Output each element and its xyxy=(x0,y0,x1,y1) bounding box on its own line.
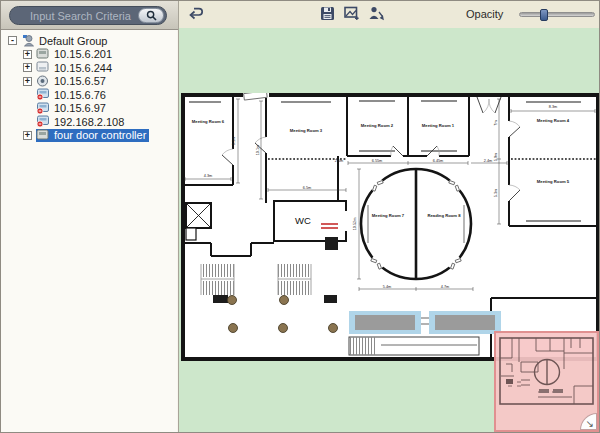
add-map-button[interactable] xyxy=(342,5,361,24)
dim-label: 5.9m xyxy=(494,153,498,161)
bottom-stair xyxy=(349,337,479,355)
search-input[interactable] xyxy=(10,10,138,22)
opacity-slider[interactable] xyxy=(519,12,595,17)
dim-label: 8.3m xyxy=(549,105,557,109)
room-label-meeting-room-3: Meeting Room 3 xyxy=(290,128,323,133)
tree-expander[interactable]: - xyxy=(8,36,17,45)
opacity-label: Opacity xyxy=(466,8,503,20)
duct xyxy=(186,228,196,240)
magnifier-icon xyxy=(146,10,157,21)
dim-label: 4.7m xyxy=(441,285,449,289)
controller-device-icon xyxy=(36,48,51,61)
opacity-slider-thumb[interactable] xyxy=(540,9,548,21)
dim-label: 6.45m xyxy=(433,159,444,163)
save-icon xyxy=(320,6,335,21)
minimap-plan xyxy=(498,336,597,416)
dim-label: 6.5m xyxy=(303,186,311,190)
dim-label: 2.4m xyxy=(484,159,492,163)
tree-row-default-group[interactable]: - Default Group xyxy=(1,34,177,48)
room-label-meeting-room-1: Meeting Room 1 xyxy=(422,123,455,128)
dim-label: 10.52m xyxy=(353,218,357,231)
room-label-room-8: Reading Room 8 xyxy=(427,213,461,218)
room-label-meeting-room-5: Meeting Room 5 xyxy=(537,179,570,184)
tree-label: 10.15.6.201 xyxy=(54,48,115,60)
camera-device-icon xyxy=(36,75,51,88)
save-button[interactable] xyxy=(318,5,337,24)
search-strip xyxy=(1,1,178,30)
map-toolbar: Opacity xyxy=(179,1,600,28)
map-canvas[interactable]: Meeting Room 6 Meeting Room 3 Meeting Ro… xyxy=(179,28,600,433)
controller-device-error-icon xyxy=(36,88,51,101)
resize-arrow-icon: ↘ xyxy=(586,419,594,429)
edit-person-button[interactable] xyxy=(366,5,385,24)
tree-label: Default Group xyxy=(39,35,110,47)
dim-label: 6.55m xyxy=(372,159,383,163)
tree-row-device[interactable]: 10.15.6.76 xyxy=(1,88,177,102)
dim-label: 7m xyxy=(494,120,498,125)
tree-row-device[interactable]: + 10.15.6.57 xyxy=(1,75,177,89)
group-icon xyxy=(21,34,36,47)
dim-label: 5.4m xyxy=(383,285,391,289)
controller-device-icon xyxy=(36,129,51,142)
tree-label: 10.15.6.244 xyxy=(54,62,115,74)
tree-label: four door controller xyxy=(54,129,149,141)
tree-row-device[interactable]: + 10.15.6.201 xyxy=(1,48,177,62)
person-edit-icon xyxy=(368,6,384,21)
search-box xyxy=(9,6,167,25)
add-image-icon xyxy=(344,6,360,21)
back-arrow-icon xyxy=(188,7,205,20)
search-button[interactable] xyxy=(138,8,164,23)
sidebar: - Default Group + xyxy=(1,1,179,433)
app-window: - Default Group + xyxy=(0,0,600,433)
tree-expander[interactable]: + xyxy=(23,131,32,140)
tree-expander[interactable]: + xyxy=(23,50,32,59)
tree-row-device-selected[interactable]: + four door controller xyxy=(1,129,177,143)
room-label-wc: WC xyxy=(295,215,311,226)
room-label-meeting-room-4: Meeting Room 4 xyxy=(537,118,570,123)
room-label-meeting-room-6: Meeting Room 6 xyxy=(192,119,225,124)
dim-label: 4.3m xyxy=(204,174,212,178)
tree-label: 10.15.6.76 xyxy=(54,89,109,101)
tree-row-device[interactable]: 10.15.6.97 xyxy=(1,102,177,116)
controller-device-error-icon xyxy=(36,102,51,115)
dim-label: 10.1m xyxy=(256,145,260,156)
tree-expander[interactable]: + xyxy=(23,63,32,72)
tree-label: 192.168.2.108 xyxy=(54,116,127,128)
tree-row-device[interactable]: 192.168.2.108 xyxy=(1,115,177,129)
dim-label: 5.3m xyxy=(494,189,498,197)
dim-label: 2.5m xyxy=(335,159,343,163)
tree-label: 10.15.6.57 xyxy=(54,75,109,87)
back-button[interactable] xyxy=(187,5,206,24)
room-label-meeting-room-2: Meeting Room 2 xyxy=(361,123,394,128)
room-label-meeting-room-7: Meeting Room 7 xyxy=(372,213,405,218)
floorplan: Meeting Room 6 Meeting Room 3 Meeting Ro… xyxy=(181,93,600,361)
controller-device-icon xyxy=(36,61,51,74)
tree-expander[interactable]: + xyxy=(23,77,32,86)
tree-label: 10.15.6.97 xyxy=(54,102,109,114)
dim-label: 9.1m xyxy=(232,137,236,145)
tree-row-device[interactable]: + 10.15.6.244 xyxy=(1,61,177,75)
controller-device-error-icon xyxy=(36,115,51,128)
device-tree: - Default Group + xyxy=(1,30,177,433)
overview-minimap[interactable]: ↘ xyxy=(494,331,599,432)
